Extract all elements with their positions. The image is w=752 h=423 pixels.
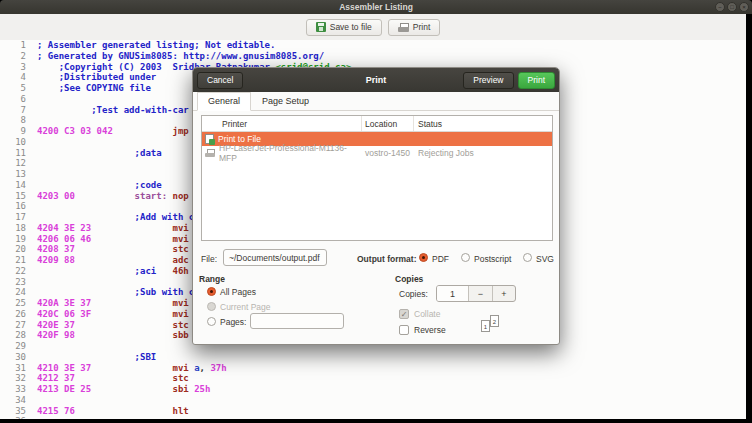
printer-device-icon <box>205 149 215 157</box>
tab-page-setup[interactable]: Page Setup <box>251 92 320 110</box>
print-dialog-tabs: General Page Setup <box>193 92 559 111</box>
line-number: 30 <box>0 352 26 363</box>
maximize-icon[interactable]: □ <box>727 2 737 12</box>
line-number: 15 <box>0 191 26 202</box>
header-printer[interactable]: Printer <box>202 116 362 131</box>
header-status[interactable]: Status <box>414 116 552 131</box>
reverse-checkbox[interactable] <box>399 325 409 335</box>
printer-location: vostro-1450 <box>362 148 414 158</box>
line-number: 12 <box>0 158 26 169</box>
line-number: 13 <box>0 169 26 180</box>
output-format-label: Output format: <box>357 254 417 264</box>
radio-pages[interactable] <box>207 317 216 326</box>
radio-pdf[interactable] <box>419 253 428 262</box>
code-line: 1; Assembler generated listing; Not edit… <box>0 40 746 51</box>
print-to-file-icon <box>205 134 214 144</box>
print-dialog-titlebar: Cancel Print Preview Print <box>193 68 559 92</box>
line-number: 4 <box>0 72 26 83</box>
line-number: 25 <box>0 298 26 309</box>
line-number: 14 <box>0 180 26 191</box>
line-number: 17 <box>0 212 26 223</box>
file-label: File: <box>201 254 217 264</box>
line-number: 31 <box>0 363 26 374</box>
window-title: Assembler Listing <box>339 2 413 12</box>
print-label: Print <box>413 22 430 32</box>
line-number: 32 <box>0 373 26 384</box>
line-number: 34 <box>0 395 26 406</box>
radio-svg-label[interactable]: SVG <box>536 254 554 264</box>
line-number: 16 <box>0 201 26 212</box>
code-line: 34 <box>0 395 746 406</box>
collate-preview-page-1: 1 <box>481 320 490 332</box>
line-number: 9 <box>0 126 26 137</box>
line-number: 6 <box>0 94 26 105</box>
radio-all-pages[interactable] <box>207 287 216 296</box>
collate-preview-page-2: 2 <box>490 315 499 327</box>
line-number: 11 <box>0 148 26 159</box>
print-button[interactable]: Print <box>388 19 440 36</box>
line-number: 3 <box>0 62 26 73</box>
radio-postscript[interactable] <box>461 253 470 262</box>
line-number: 23 <box>0 277 26 288</box>
toolbar: Save to file Print <box>0 14 746 40</box>
save-icon <box>316 22 326 32</box>
line-number: 28 <box>0 330 26 341</box>
line-number: 19 <box>0 234 26 245</box>
cancel-button[interactable]: Cancel <box>197 72 243 89</box>
line-number: 24 <box>0 287 26 298</box>
code-line: 2; Generated by GNUSim8085: http://www.g… <box>0 51 746 62</box>
collate-checkbox: ✓ <box>399 309 409 319</box>
line-number: 22 <box>0 266 26 277</box>
printer-list: Printer Location Status Print to File HP… <box>201 115 553 241</box>
line-number: 29 <box>0 341 26 352</box>
file-name-button[interactable]: ~/Documents/output.pdf <box>223 249 327 266</box>
print-dialog: Cancel Print Preview Print General Page … <box>192 67 560 345</box>
code-line: 36 <box>0 416 746 419</box>
radio-pages-label[interactable]: Pages: <box>220 317 246 327</box>
radio-svg[interactable] <box>523 253 532 262</box>
radio-pdf-label[interactable]: PDF <box>432 254 449 264</box>
printer-icon <box>398 23 409 32</box>
copies-title: Copies <box>395 274 423 284</box>
code-line: 324212 37 stc <box>0 373 746 384</box>
tab-general[interactable]: General <box>197 92 251 111</box>
radio-all-pages-label[interactable]: All Pages <box>220 287 256 297</box>
line-number: 27 <box>0 320 26 331</box>
copies-label: Copies: <box>399 289 428 299</box>
save-to-file-button[interactable]: Save to file <box>306 19 382 36</box>
radio-current-page <box>207 302 216 311</box>
radio-postscript-label[interactable]: Postscript <box>474 254 511 264</box>
radio-current-page-label: Current Page <box>220 302 271 312</box>
minimize-icon[interactable]: − <box>715 2 725 12</box>
line-number: 7 <box>0 105 26 116</box>
code-line: 334213 DE 25 sbi 25h <box>0 384 746 395</box>
line-number: 18 <box>0 223 26 234</box>
line-number: 10 <box>0 137 26 148</box>
line-number: 5 <box>0 83 26 94</box>
print-confirm-button[interactable]: Print <box>518 72 555 89</box>
copies-decrement-button[interactable]: − <box>468 286 491 301</box>
close-icon[interactable]: × <box>739 2 749 12</box>
printer-row-hp-laserjet[interactable]: HP-LaserJet-Professional-M1136-MFP vostr… <box>202 146 552 160</box>
range-title: Range <box>199 274 225 284</box>
line-number: 26 <box>0 309 26 320</box>
printer-list-header: Printer Location Status <box>202 116 552 132</box>
pages-input[interactable] <box>250 313 344 329</box>
line-number: 2 <box>0 51 26 62</box>
line-number: 21 <box>0 255 26 266</box>
line-number: 33 <box>0 384 26 395</box>
line-number: 36 <box>0 416 26 419</box>
copies-increment-button[interactable]: + <box>492 286 515 301</box>
save-to-file-label: Save to file <box>330 22 372 32</box>
desktop: Assembler Listing − □ × Save to file Pri… <box>0 0 752 423</box>
preview-button[interactable]: Preview <box>463 72 513 89</box>
printer-name: HP-LaserJet-Professional-M1136-MFP <box>219 143 362 163</box>
header-location[interactable]: Location <box>362 116 414 131</box>
copies-value[interactable]: 1 <box>437 286 468 301</box>
window-titlebar: Assembler Listing − □ × <box>0 0 752 14</box>
code-line: 354215 76 hlt <box>0 406 746 417</box>
copies-spinner: 1 − + <box>436 285 516 302</box>
line-number: 8 <box>0 115 26 126</box>
line-number: 35 <box>0 406 26 417</box>
reverse-label[interactable]: Reverse <box>414 325 446 335</box>
